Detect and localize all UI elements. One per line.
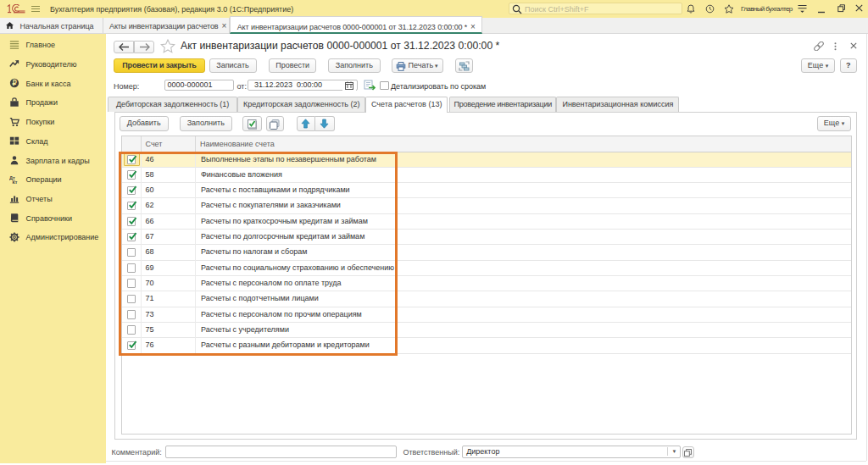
svg-text:₽: ₽	[12, 79, 17, 87]
svg-text:Кт: Кт	[12, 180, 17, 185]
